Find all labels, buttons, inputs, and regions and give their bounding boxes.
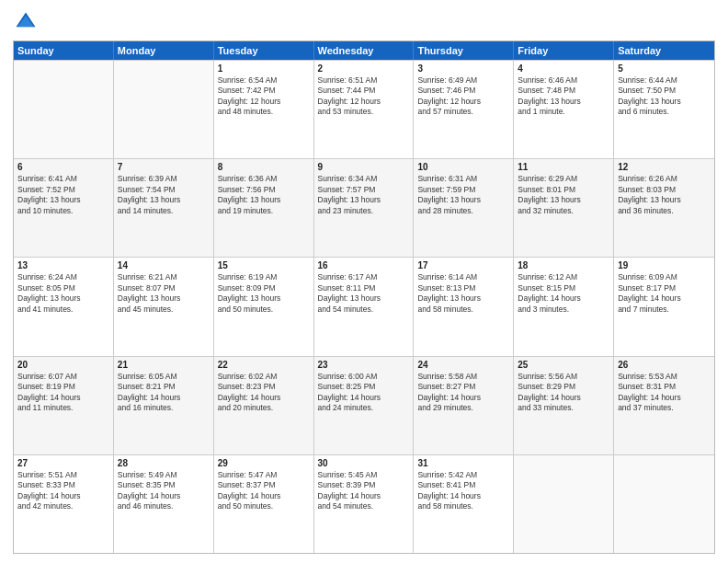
day-info: Sunrise: 6:19 AM Sunset: 8:09 PM Dayligh… — [218, 272, 310, 315]
day-info: Sunrise: 6:21 AM Sunset: 8:07 PM Dayligh… — [118, 272, 210, 315]
day-number: 27 — [17, 458, 109, 468]
day-number: 19 — [618, 260, 711, 270]
calendar-header: SundayMondayTuesdayWednesdayThursdayFrid… — [14, 41, 714, 60]
day-of-week-header: Wednesday — [314, 41, 415, 60]
calendar-cell — [614, 455, 714, 553]
calendar-cell: 22Sunrise: 6:02 AM Sunset: 8:23 PM Dayli… — [214, 357, 314, 454]
day-info: Sunrise: 6:02 AM Sunset: 8:23 PM Dayligh… — [218, 372, 310, 414]
day-of-week-header: Saturday — [614, 41, 714, 60]
logo — [13, 9, 42, 35]
calendar-cell: 8Sunrise: 6:36 AM Sunset: 7:56 PM Daylig… — [214, 159, 314, 257]
day-number: 7 — [118, 162, 210, 172]
day-info: Sunrise: 5:51 AM Sunset: 8:33 PM Dayligh… — [17, 470, 109, 512]
day-info: Sunrise: 5:45 AM Sunset: 8:39 PM Dayligh… — [318, 470, 410, 512]
calendar-cell: 26Sunrise: 5:53 AM Sunset: 8:31 PM Dayli… — [614, 357, 714, 454]
calendar-cell: 23Sunrise: 6:00 AM Sunset: 8:25 PM Dayli… — [314, 357, 415, 454]
day-number: 3 — [417, 63, 509, 74]
calendar-cell: 24Sunrise: 5:58 AM Sunset: 8:27 PM Dayli… — [414, 357, 514, 454]
day-info: Sunrise: 6:36 AM Sunset: 7:56 PM Dayligh… — [218, 174, 310, 216]
day-number: 21 — [118, 360, 210, 370]
day-number: 11 — [518, 162, 609, 172]
day-number: 9 — [318, 162, 410, 172]
day-number: 24 — [417, 360, 509, 370]
day-info: Sunrise: 6:46 AM Sunset: 7:48 PM Dayligh… — [518, 75, 609, 118]
day-info: Sunrise: 5:58 AM Sunset: 8:27 PM Dayligh… — [417, 372, 509, 414]
day-info: Sunrise: 6:09 AM Sunset: 8:17 PM Dayligh… — [618, 272, 711, 315]
calendar-cell: 15Sunrise: 6:19 AM Sunset: 8:09 PM Dayli… — [214, 258, 314, 355]
day-number: 4 — [518, 63, 609, 74]
calendar-cell: 12Sunrise: 6:26 AM Sunset: 8:03 PM Dayli… — [614, 159, 714, 257]
day-info: Sunrise: 6:34 AM Sunset: 7:57 PM Dayligh… — [318, 174, 410, 216]
calendar-cell — [14, 61, 114, 158]
day-info: Sunrise: 5:49 AM Sunset: 8:35 PM Dayligh… — [118, 470, 210, 512]
calendar-cell — [514, 455, 614, 553]
header — [13, 9, 715, 35]
day-number: 15 — [218, 260, 310, 270]
calendar-cell: 14Sunrise: 6:21 AM Sunset: 8:07 PM Dayli… — [114, 258, 214, 355]
day-of-week-header: Tuesday — [214, 41, 314, 60]
calendar-cell: 1Sunrise: 6:54 AM Sunset: 7:42 PM Daylig… — [214, 61, 314, 158]
day-info: Sunrise: 5:47 AM Sunset: 8:37 PM Dayligh… — [218, 470, 310, 512]
calendar-cell: 18Sunrise: 6:12 AM Sunset: 8:15 PM Dayli… — [514, 258, 614, 355]
calendar-body: 1Sunrise: 6:54 AM Sunset: 7:42 PM Daylig… — [14, 60, 714, 553]
day-number: 30 — [318, 458, 410, 468]
day-number: 12 — [618, 162, 711, 172]
day-of-week-header: Friday — [514, 41, 614, 60]
day-info: Sunrise: 6:05 AM Sunset: 8:21 PM Dayligh… — [118, 372, 210, 414]
calendar-cell — [114, 61, 214, 158]
calendar: SundayMondayTuesdayWednesdayThursdayFrid… — [13, 40, 715, 554]
day-number: 2 — [318, 63, 410, 74]
day-number: 26 — [618, 360, 711, 370]
day-of-week-header: Monday — [114, 41, 214, 60]
day-info: Sunrise: 5:42 AM Sunset: 8:41 PM Dayligh… — [417, 470, 509, 512]
day-info: Sunrise: 6:29 AM Sunset: 8:01 PM Dayligh… — [518, 174, 609, 216]
calendar-cell: 11Sunrise: 6:29 AM Sunset: 8:01 PM Dayli… — [514, 159, 614, 257]
day-number: 18 — [518, 260, 609, 270]
day-number: 8 — [218, 162, 310, 172]
day-number: 17 — [417, 260, 509, 270]
day-info: Sunrise: 6:49 AM Sunset: 7:46 PM Dayligh… — [417, 75, 509, 118]
day-info: Sunrise: 6:39 AM Sunset: 7:54 PM Dayligh… — [118, 174, 210, 216]
calendar-week-row: 6Sunrise: 6:41 AM Sunset: 7:52 PM Daylig… — [14, 158, 714, 257]
day-of-week-header: Thursday — [414, 41, 514, 60]
calendar-cell: 10Sunrise: 6:31 AM Sunset: 7:59 PM Dayli… — [414, 159, 514, 257]
calendar-cell: 9Sunrise: 6:34 AM Sunset: 7:57 PM Daylig… — [314, 159, 415, 257]
day-info: Sunrise: 6:31 AM Sunset: 7:59 PM Dayligh… — [417, 174, 509, 216]
calendar-cell: 30Sunrise: 5:45 AM Sunset: 8:39 PM Dayli… — [314, 455, 415, 553]
day-number: 23 — [318, 360, 410, 370]
calendar-cell: 19Sunrise: 6:09 AM Sunset: 8:17 PM Dayli… — [614, 258, 714, 355]
calendar-week-row: 20Sunrise: 6:07 AM Sunset: 8:19 PM Dayli… — [14, 356, 714, 454]
day-info: Sunrise: 6:07 AM Sunset: 8:19 PM Dayligh… — [17, 372, 109, 414]
day-info: Sunrise: 6:24 AM Sunset: 8:05 PM Dayligh… — [17, 272, 109, 315]
calendar-week-row: 27Sunrise: 5:51 AM Sunset: 8:33 PM Dayli… — [14, 454, 714, 553]
day-info: Sunrise: 6:26 AM Sunset: 8:03 PM Dayligh… — [618, 174, 711, 216]
day-number: 28 — [118, 458, 210, 468]
calendar-cell: 27Sunrise: 5:51 AM Sunset: 8:33 PM Dayli… — [14, 455, 114, 553]
day-number: 10 — [417, 162, 509, 172]
day-number: 22 — [218, 360, 310, 370]
day-number: 5 — [618, 63, 711, 74]
logo-icon — [13, 9, 39, 35]
day-number: 13 — [17, 260, 109, 270]
calendar-cell: 16Sunrise: 6:17 AM Sunset: 8:11 PM Dayli… — [314, 258, 415, 355]
day-info: Sunrise: 6:00 AM Sunset: 8:25 PM Dayligh… — [318, 372, 410, 414]
calendar-week-row: 13Sunrise: 6:24 AM Sunset: 8:05 PM Dayli… — [14, 257, 714, 355]
calendar-cell: 25Sunrise: 5:56 AM Sunset: 8:29 PM Dayli… — [514, 357, 614, 454]
day-number: 16 — [318, 260, 410, 270]
day-info: Sunrise: 6:41 AM Sunset: 7:52 PM Dayligh… — [17, 174, 109, 216]
day-number: 29 — [218, 458, 310, 468]
calendar-cell: 17Sunrise: 6:14 AM Sunset: 8:13 PM Dayli… — [414, 258, 514, 355]
day-number: 1 — [218, 63, 310, 74]
calendar-cell: 13Sunrise: 6:24 AM Sunset: 8:05 PM Dayli… — [14, 258, 114, 355]
page: SundayMondayTuesdayWednesdayThursdayFrid… — [0, 0, 728, 563]
calendar-cell: 7Sunrise: 6:39 AM Sunset: 7:54 PM Daylig… — [114, 159, 214, 257]
calendar-cell: 28Sunrise: 5:49 AM Sunset: 8:35 PM Dayli… — [114, 455, 214, 553]
calendar-week-row: 1Sunrise: 6:54 AM Sunset: 7:42 PM Daylig… — [14, 60, 714, 158]
calendar-cell: 31Sunrise: 5:42 AM Sunset: 8:41 PM Dayli… — [414, 455, 514, 553]
day-info: Sunrise: 5:56 AM Sunset: 8:29 PM Dayligh… — [518, 372, 609, 414]
calendar-cell: 20Sunrise: 6:07 AM Sunset: 8:19 PM Dayli… — [14, 357, 114, 454]
day-of-week-header: Sunday — [14, 41, 114, 60]
calendar-cell: 2Sunrise: 6:51 AM Sunset: 7:44 PM Daylig… — [314, 61, 415, 158]
calendar-cell: 3Sunrise: 6:49 AM Sunset: 7:46 PM Daylig… — [414, 61, 514, 158]
day-number: 25 — [518, 360, 609, 370]
